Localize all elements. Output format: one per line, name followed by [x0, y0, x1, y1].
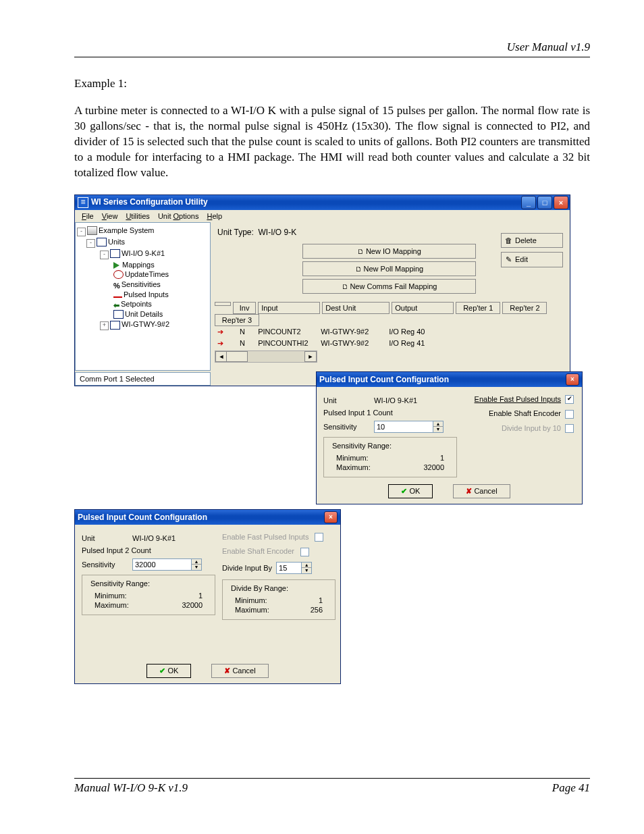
dlg2-shaft-encoder-label: Enable Shaft Encoder [222, 547, 294, 555]
dlg1-sensitivity-input[interactable] [374, 421, 433, 433]
dlg2-sens-label: Sensitivity [82, 561, 132, 569]
spin-up-icon[interactable]: ▲ [433, 421, 443, 427]
dlg2-divide-label: Divide Input By [222, 564, 272, 572]
dialog-pulsed-input-1: Pulsed Input Count Configuration × UnitW… [316, 371, 583, 504]
trash-icon: 🗑 [504, 236, 512, 244]
menu-file[interactable]: File [79, 211, 97, 221]
tree-node-gtwy[interactable]: +WI-GTWY-9#2 [77, 319, 209, 331]
tree-sensitivities[interactable]: %Sensitivities [77, 280, 209, 290]
spin-up-icon[interactable]: ▲ [302, 563, 311, 569]
tree-panel: -Example System -Units -WI-I/O 9-K#1 Map… [75, 222, 211, 371]
spin-down-icon[interactable]: ▼ [433, 427, 443, 432]
screenshot-area: ≡WI Series Configuration Utility _ □ × F… [74, 194, 579, 667]
table-row[interactable]: ➔ N PINCOUNT2 WI-GTWY-9#2 I/O Reg 40 [215, 326, 566, 338]
tree-units[interactable]: -Units [77, 237, 209, 249]
table-row[interactable]: ➔ N PINCOUNTHI2 WI-GTWY-9#2 I/O Reg 41 [215, 338, 566, 349]
app-window: ≡WI Series Configuration Utility _ □ × F… [74, 194, 570, 386]
dlg2-divide-range-group: Divide By Range: Minimum:1 Maximum:256 [222, 579, 336, 620]
scroll-thumb[interactable] [226, 351, 248, 362]
menu-help[interactable]: Help [204, 211, 225, 221]
titlebar: ≡WI Series Configuration Utility _ □ × [75, 195, 570, 210]
dialog-pulsed-input-2: Pulsed Input Count Configuration × UnitW… [74, 509, 341, 684]
menu-unit-options[interactable]: Unit Options [155, 211, 202, 221]
dlg1-shaft-encoder-label: Enable Shaft Encoder [489, 409, 561, 417]
dlg1-cancel-button[interactable]: ✘ Cancel [453, 484, 510, 498]
spin-up-icon[interactable]: ▲ [192, 559, 201, 565]
th-rep1[interactable]: Rep'ter 1 [456, 302, 500, 314]
arrow-icon: ➔ [215, 338, 230, 349]
dlg2-divide-stepper[interactable]: ▲▼ [276, 562, 312, 574]
dlg2-cancel-button[interactable]: ✘ Cancel [211, 664, 268, 678]
scroll-right-icon[interactable]: ► [304, 351, 317, 362]
maximize-button[interactable]: □ [537, 196, 552, 209]
dlg1-fast-pulsed-checkbox[interactable] [565, 395, 574, 404]
tree-unit-details[interactable]: Unit Details [77, 309, 209, 320]
dlg2-sensitivity-input[interactable] [132, 558, 192, 571]
dlg1-shaft-encoder-checkbox[interactable] [565, 410, 574, 419]
arrow-icon: ➔ [215, 326, 230, 338]
app-title: ≡WI Series Configuration Utility [78, 197, 208, 208]
dlg2-fast-pulsed-checkbox [315, 533, 323, 542]
example-heading: Example 1: [74, 76, 590, 92]
tree-mappings[interactable]: Mappings [77, 260, 209, 269]
footer: Manual WI-I/O 9-K v1.9 Page 41 [74, 773, 590, 795]
dlg1-divide-checkbox [565, 424, 574, 433]
dlg2-fast-pulsed-label: Enable Fast Pulsed Inputs [222, 533, 308, 541]
example-paragraph: A turbine meter is connected to a WI-I/O… [74, 103, 590, 181]
dlg2-sens-range-group: Sensitivity Range: Minimum:1 Maximum:320… [82, 575, 215, 615]
new-io-mapping-button[interactable]: New IO Mapping [302, 244, 476, 259]
tree-node-wiio[interactable]: -WI-I/O 9-K#1 [77, 249, 209, 260]
dlg2-sensitivity-stepper[interactable]: ▲▼ [132, 558, 202, 571]
spin-down-icon[interactable]: ▼ [192, 565, 201, 570]
dlg1-sens-label: Sensitivity [323, 423, 374, 431]
dlg1-ok-button[interactable]: ✔ OK [388, 484, 433, 498]
dlg2-shaft-encoder-checkbox [300, 548, 309, 556]
edit-icon: ✎ [504, 255, 512, 264]
th-rep3[interactable]: Rep'ter 3 [215, 314, 259, 326]
horizontal-scrollbar[interactable]: ◄ ► [215, 350, 317, 363]
footer-right: Page 41 [552, 781, 590, 795]
minimize-button[interactable]: _ [521, 196, 536, 209]
th-dest[interactable]: Dest Unit [322, 302, 390, 314]
tree-setpoints[interactable]: ⬅Setpoints [77, 299, 209, 309]
menu-view[interactable]: View [99, 211, 121, 221]
header-right: User Manual v1.9 [74, 41, 590, 54]
th-input[interactable]: Input [258, 302, 320, 314]
edit-button[interactable]: ✎Edit [501, 252, 563, 267]
dlg1-divide-label: Divide Input by 10 [502, 424, 561, 432]
dialog1-close-button[interactable]: × [566, 373, 579, 386]
th-rep2[interactable]: Rep'ter 2 [502, 302, 547, 314]
dlg2-unit-label: Unit [82, 534, 132, 542]
delete-button[interactable]: 🗑Delete [501, 233, 563, 248]
dialog2-titlebar: Pulsed Input Count Configuration × [75, 510, 340, 525]
tree-pulsed-inputs[interactable]: Pulsed Inputs [77, 290, 209, 299]
dlg1-unit-value: WI-I/O 9-K#1 [374, 396, 428, 405]
header-rule [74, 57, 590, 57]
footer-left: Manual WI-I/O 9-K v1.9 [74, 781, 188, 795]
dlg2-unit-value: WI-I/O 9-K#1 [132, 534, 186, 542]
dlg2-input-label: Pulsed Input 2 Count [82, 546, 151, 554]
status-bar: Comm Port 1 Selected [75, 372, 211, 386]
new-comms-fail-mapping-button[interactable]: New Comms Fail Mapping [302, 279, 476, 294]
close-button[interactable]: × [554, 196, 568, 209]
dlg1-fast-pulsed-label: Enable Fast Pulsed Inputs [475, 395, 561, 403]
dlg1-unit-label: Unit [323, 396, 374, 405]
spin-down-icon[interactable]: ▼ [302, 568, 311, 573]
dlg1-sensitivity-stepper[interactable]: ▲▼ [374, 421, 444, 433]
menubar: File View Utilities Unit Options Help [75, 210, 570, 222]
th-output[interactable]: Output [392, 302, 454, 314]
dlg1-sens-range-group: Sensitivity Range: Minimum:1 Maximum:320… [323, 437, 457, 477]
menu-utilities[interactable]: Utilities [123, 211, 152, 221]
dialog2-close-button[interactable]: × [324, 511, 338, 523]
dlg1-input-label: Pulsed Input 1 Count [323, 409, 393, 417]
new-poll-mapping-button[interactable]: New Poll Mapping [302, 261, 476, 276]
tree-root[interactable]: -Example System [77, 226, 209, 237]
dlg2-ok-button[interactable]: ✔ OK [146, 664, 191, 678]
mapping-table: Inv Input Dest Unit Output Rep'ter 1 Rep… [215, 302, 566, 363]
th-inv[interactable]: Inv [233, 302, 256, 314]
tree-updatetimes[interactable]: UpdateTimes [77, 269, 209, 280]
dlg2-divide-input[interactable] [276, 562, 302, 574]
dialog1-titlebar: Pulsed Input Count Configuration × [317, 372, 582, 387]
